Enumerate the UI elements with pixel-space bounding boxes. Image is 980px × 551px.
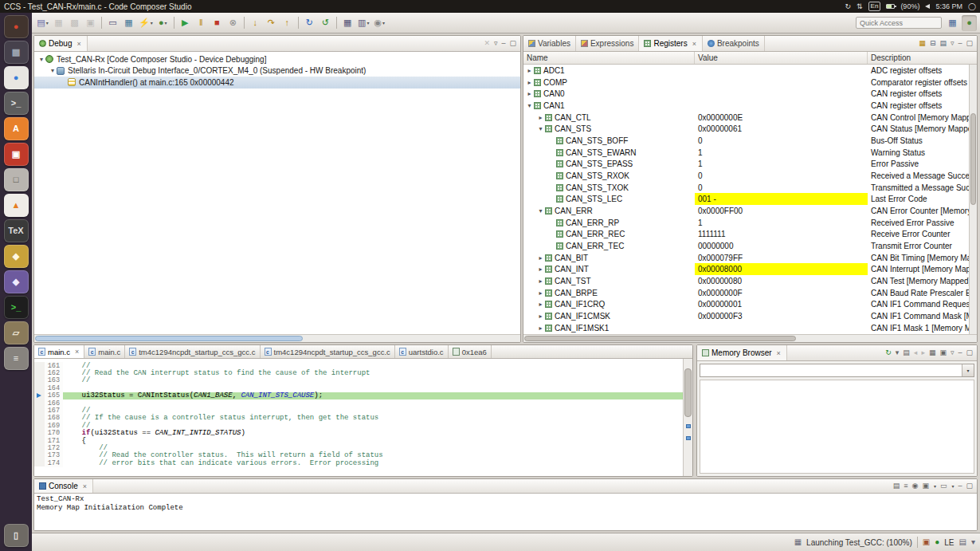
resume-button[interactable]: ▶ [178, 15, 193, 31]
register-row-CAN_IF1CMSK[interactable]: ▸CAN_IF1CMSK0x000000F3CAN IF1 Command Ma… [523, 310, 969, 322]
launcher-item-editor-app[interactable]: ▱ [4, 321, 29, 344]
column-header-description[interactable]: Description [868, 52, 977, 64]
launcher-item-tex[interactable]: TeX [4, 219, 29, 242]
disconnect-button[interactable]: ⊗ [225, 15, 241, 31]
register-row-CAN_STS_EWARN[interactable]: CAN_STS_EWARN1Warning Status [523, 147, 969, 159]
battery-icon[interactable] [886, 4, 895, 9]
editor-tab-1[interactable]: cmain.c [84, 345, 125, 358]
registers-hscrollbar[interactable] [523, 334, 977, 342]
layout-icon[interactable]: ▤ [939, 40, 947, 47]
pin-console-icon[interactable]: ◉ [912, 482, 919, 490]
refresh-icon[interactable]: ↻ [885, 349, 892, 356]
status-icon-views[interactable]: ▤ [959, 538, 966, 546]
clear-console-icon[interactable]: ▤ [893, 482, 900, 490]
register-row-CAN_CTL[interactable]: ▸CAN_CTL0x0000000ECAN Control [Memory Ma… [523, 112, 969, 124]
code-line-166[interactable]: 166 [34, 399, 683, 407]
register-row-CAN_IF1CRQ[interactable]: ▸CAN_IF1CRQ0x00000001CAN IF1 Command Req… [523, 298, 969, 310]
display-selected-icon[interactable]: ▭ [940, 482, 947, 490]
expander-icon[interactable]: ▸ [537, 289, 544, 297]
close-icon[interactable]: × [776, 348, 782, 358]
tab-console[interactable]: Console × [34, 479, 93, 493]
scrollbar-thumb[interactable] [684, 368, 692, 418]
scrollbar-thumb[interactable] [970, 113, 976, 205]
maximize-icon[interactable]: ▢ [966, 482, 973, 490]
expander-icon[interactable]: ▾ [537, 125, 544, 132]
register-row-CAN_STS_BOFF[interactable]: CAN_STS_BOFF0Bus-Off Status [523, 135, 969, 147]
collapse-all-icon[interactable]: ⊟ [930, 40, 936, 47]
editor-vscrollbar[interactable] [683, 359, 692, 476]
quick-access-input[interactable] [856, 17, 942, 29]
status-icon-target[interactable]: ▣ [923, 538, 930, 546]
view-menu-icon[interactable]: ▿ [951, 40, 955, 47]
maximize-icon[interactable]: ▢ [966, 40, 973, 47]
scrollbar-thumb[interactable] [524, 336, 796, 341]
remove-all-icon[interactable]: ✕ [484, 40, 490, 47]
code-line-161[interactable]: 161 // [34, 362, 683, 369]
minimize-icon[interactable]: – [958, 482, 962, 490]
refresh-menu-icon[interactable]: ▾ [896, 349, 900, 356]
back-icon[interactable]: ◂ [914, 349, 918, 356]
expander-icon[interactable]: ▸ [526, 79, 533, 86]
save-memory-icon[interactable]: ▦ [929, 349, 936, 356]
expander-icon[interactable]: ▾ [49, 67, 57, 74]
register-row-CAN_STS_RXOK[interactable]: CAN_STS_RXOK0Received a Message Successf… [523, 170, 969, 182]
new-button[interactable]: ▤▾ [35, 15, 50, 31]
code-area[interactable]: 161 //162 // Read the CAN interrupt stat… [34, 359, 683, 476]
register-row-CAN_STS_EPASS[interactable]: CAN_STS_EPASS1Error Passive [523, 158, 969, 170]
register-row-CAN1[interactable]: ▾CAN1CAN register offsets [523, 100, 969, 112]
tab-breakpoints[interactable]: Breakpoints [703, 36, 765, 51]
column-header-name[interactable]: Name [523, 52, 695, 64]
code-line-173[interactable]: 173 // Read the controller status. This … [34, 452, 683, 459]
show-registers-icon[interactable]: ▦ [919, 40, 926, 47]
launcher-item-ccs[interactable]: ● [4, 15, 29, 38]
volume-icon[interactable] [925, 4, 930, 9]
editor-tab-3[interactable]: ctm4c1294ncpdt_startup_ccs_gcc.c [261, 345, 395, 358]
code-line-172[interactable]: 172 // [34, 444, 683, 451]
ccs-edit-perspective-button[interactable]: ▦ [945, 15, 960, 31]
code-line-162[interactable]: 162 // Read the CAN interrupt status to … [34, 369, 683, 376]
close-icon[interactable]: × [74, 347, 80, 356]
debug-node-2[interactable]: CANIntHandler() at main.c:165 0x00000442 [34, 77, 520, 89]
editor-tab-5[interactable]: 0x1ea6 [449, 345, 492, 358]
scrollbar-thumb[interactable] [35, 336, 303, 341]
expander-icon[interactable]: ▸ [537, 266, 544, 273]
tab-expressions[interactable]: Expressions [576, 36, 639, 51]
overview-marker[interactable] [686, 436, 691, 440]
register-row-CAN_INT[interactable]: ▸CAN_INT0x00008000CAN Interrupt [Memory … [523, 263, 969, 275]
code-line-169[interactable]: 169 // [34, 422, 683, 429]
minimize-icon[interactable]: – [958, 349, 962, 356]
registers-view-button[interactable]: ▥▾ [356, 15, 371, 31]
code-line-164[interactable]: 164 [34, 384, 683, 392]
register-row-COMP[interactable]: ▸COMPComparator register offsets [523, 77, 969, 89]
expander-icon[interactable]: ▾ [526, 102, 533, 109]
register-row-CAN_BIT[interactable]: ▸CAN_BIT0x000079FFCAN Bit Timing [Memory… [523, 252, 969, 264]
launcher-item-tools[interactable]: ◆ [4, 245, 29, 268]
editor-tab-2[interactable]: ctm4c1294ncpdt_startup_ccs_gcc.c [125, 345, 260, 358]
close-icon[interactable]: × [76, 39, 81, 49]
debug-button[interactable]: ●▾ [155, 15, 171, 31]
register-row-CAN_TST[interactable]: ▸CAN_TST0x00000080CAN Test [Memory Mappe… [523, 275, 969, 287]
debug-node-1[interactable]: ▾Stellaris In-Circuit Debug Interface_0/… [34, 65, 520, 77]
code-line-174[interactable]: 174 // error bits that can indicate vari… [34, 459, 683, 466]
forward-icon[interactable]: ▸ [921, 349, 925, 356]
register-row-CAN_BRPE[interactable]: ▸CAN_BRPE0x0000000FCAN Baud Rate Prescal… [523, 287, 969, 299]
tab-memory-browser[interactable]: Memory Browser × [697, 345, 787, 360]
code-line-165[interactable]: 165 ui32Status = CANIntStatus(CAN1_BASE,… [34, 392, 683, 399]
restart-button[interactable]: ↻ [302, 15, 317, 31]
power-menu-icon[interactable]: ◯ [968, 3, 976, 10]
combo-dropdown-icon[interactable]: ▾ [962, 364, 974, 376]
debug-hscrollbar[interactable] [34, 334, 520, 342]
status-icon-connected[interactable]: ● [935, 538, 939, 546]
debug-node-0[interactable]: ▾Test_CAN-Rx [Code Composer Studio - Dev… [34, 53, 520, 65]
memory-button[interactable]: ▦ [340, 15, 355, 31]
tab-variables[interactable]: Variables [523, 36, 576, 51]
launcher-item-bottom-app[interactable]: ▯ [4, 524, 29, 547]
register-row-CAN0[interactable]: ▸CAN0CAN register offsets [523, 88, 969, 100]
status-menu-icon[interactable]: ▾ [971, 538, 975, 546]
editor-tab-4[interactable]: cuartstdio.c [395, 345, 449, 358]
register-row-CAN_STS_TXOK[interactable]: CAN_STS_TXOK0Transmitted a Message Succe… [523, 182, 969, 194]
register-row-CAN_ERR_TEC[interactable]: CAN_ERR_TEC00000000Transmit Error Counte… [523, 240, 969, 252]
sync-indicator-icon[interactable]: ↻ [845, 3, 851, 10]
console-output[interactable]: Test_CAN-RxMemory Map Initialization Com… [34, 494, 977, 530]
maximize-icon[interactable]: ▢ [509, 40, 516, 47]
